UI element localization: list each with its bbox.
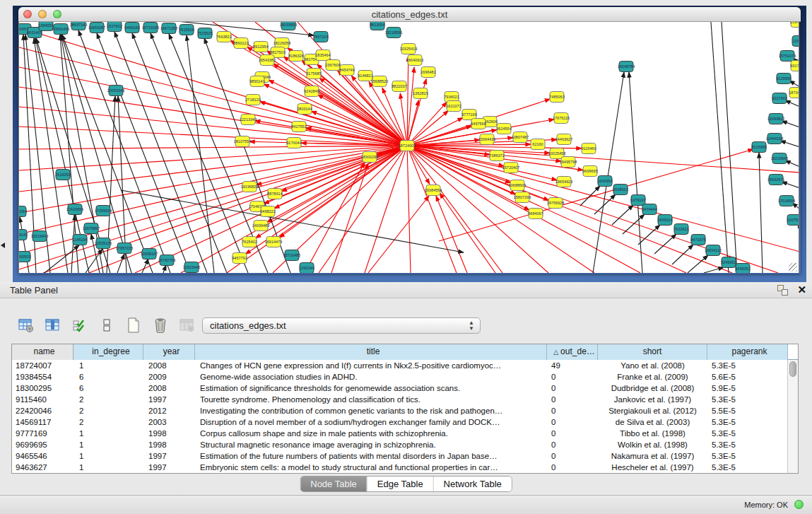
graph-node[interactable]: 16210645 [771,153,788,164]
graph-node[interactable]: 6497568 [471,119,486,129]
graph-node[interactable]: 19756928 [547,198,564,209]
graph-node[interactable]: 1384556 [38,22,53,31]
graph-node[interactable]: 16033809 [280,22,297,30]
graph-node[interactable]: 62160 [531,139,545,150]
graph-node[interactable]: 7386372 [489,151,504,161]
graph-node[interactable]: 9457791 [232,253,247,264]
graph-node[interactable]: 9170044 [286,138,301,148]
graph-node[interactable]: 7663822 [216,32,231,42]
graph-node[interactable]: 2516050 [55,170,70,180]
table-row[interactable]: 946362711997Embryonic stem cells: a mode… [12,462,798,473]
table-row[interactable]: 1456911722003Disruption of a novel membe… [12,416,798,428]
graph-node[interactable]: 15751074 [779,51,796,62]
tab-node-table[interactable]: Node Table [300,477,367,491]
graph-node[interactable]: 2197764 [790,22,799,28]
column-header-name[interactable]: name [12,344,73,360]
graph-node[interactable]: 12093822 [767,114,784,124]
table-row[interactable]: 1830029562008Estimation of significance … [12,382,798,394]
graph-node[interactable]: 2367608 [325,60,340,71]
graph-node[interactable]: 7485063 [549,92,564,103]
graph-node[interactable]: 1260503 [19,252,31,262]
show-columns-icon[interactable] [44,316,62,334]
table-row[interactable]: 911546021997Tourette syndrome. Phenomeno… [12,394,798,405]
graph-node[interactable]: 9684067 [528,209,543,219]
delete-table-icon[interactable] [151,316,170,334]
graph-node[interactable]: 3624554 [496,124,511,134]
graph-node[interactable]: 17957225 [116,243,133,254]
graph-node[interactable]: 8454749 [339,65,354,76]
graph-node[interactable]: 19196829 [241,182,258,192]
graph-node[interactable]: 18300295 [361,152,378,163]
graph-node[interactable]: 9227343 [772,93,787,104]
graph-node[interactable]: 14099489 [252,221,269,231]
graph-node[interactable]: 1941594 [19,206,27,217]
graph-node[interactable]: 9242848 [304,86,319,97]
graph-node[interactable]: 2718120 [245,95,260,105]
graph-node[interactable]: 10653287 [88,23,105,33]
graph-node[interactable]: 9498222 [260,206,275,217]
graph-node[interactable]: 8813054 [370,22,384,30]
graph-node[interactable]: 8912954 [253,42,268,52]
column-header-in_degree[interactable]: in_degree [73,344,143,360]
graph-node[interactable]: 2935114 [657,215,672,226]
graph-node[interactable]: 15807299 [514,192,531,203]
graph-node[interactable]: 16914479 [265,237,282,247]
graph-node[interactable]: 6379197 [630,195,645,206]
select-columns-icon[interactable] [71,316,89,334]
graph-node[interactable]: 14463627 [555,134,572,145]
graph-node[interactable]: 10958107 [141,249,158,259]
graph-node[interactable]: 3175685 [306,69,321,79]
graph-node[interactable]: 12420656 [66,204,83,215]
tab-network-table[interactable]: Network Table [434,477,512,491]
graph-node[interactable]: 16782759 [158,255,175,266]
graph-node[interactable]: 15692971 [767,175,784,185]
graph-node[interactable]: 9474444 [642,204,657,215]
graph-node[interactable]: 1362815 [413,88,428,99]
graph-node[interactable]: 15019443 [31,231,48,242]
graph-node[interactable]: 9115460 [581,144,596,154]
graph-node[interactable]: 10325419 [400,44,417,54]
graph-node[interactable]: 12505135 [95,238,112,249]
graph-node[interactable]: 10654112 [705,245,722,256]
graph-node[interactable]: 10719185 [142,23,159,33]
graph-node[interactable]: 19654923 [555,177,572,187]
graph-node[interactable]: 15720407 [502,163,519,173]
collapse-panel-arrow-icon[interactable] [1,243,5,248]
graph-node[interactable]: 9890141 [249,76,264,87]
table-row[interactable]: 2242004622012Investigating the contribut… [12,405,798,416]
graph-node[interactable]: 1903140 [19,230,28,240]
delete-columns-icon[interactable] [178,316,196,334]
graph-node[interactable]: 18107554 [234,136,251,147]
graph-node[interactable]: 10688609 [509,180,526,191]
canvas-resize-grip[interactable] [789,263,797,271]
graph-node[interactable]: 12444158 [766,134,783,144]
graph-node[interactable]: 14671358 [160,23,177,34]
table-row[interactable]: 1872400712008Changes of HCN gene express… [12,360,798,371]
graph-node[interactable]: 12213343 [240,115,257,125]
graph-node[interactable]: 2803144 [297,104,312,115]
graph-node[interactable]: 15716485 [283,250,300,261]
table-row[interactable]: 977716911998Corpus callosum shape and si… [12,428,798,439]
graph-node[interactable]: 17975115 [553,113,570,124]
graph-node[interactable]: 8822037 [392,81,406,92]
graph-node[interactable]: 7625402 [242,237,257,247]
table-select-dropdown[interactable]: citations_edges.txt ▲▼ [202,317,481,334]
network-canvas[interactable]: 1872400788601238912954182260589827503165… [18,22,799,273]
table-row[interactable]: 1938455462009Genome-wide association stu… [12,371,798,382]
graph-node[interactable]: 17359934 [95,206,112,216]
row-height-icon[interactable] [98,316,116,334]
graph-node[interactable]: 9938923 [613,185,628,195]
graph-node[interactable]: 20691406 [52,24,69,35]
graph-node[interactable]: 7615526 [179,25,194,35]
graph-node[interactable]: 16543382 [259,55,276,66]
graph-node[interactable]: 9245051 [735,264,750,274]
graph-node[interactable]: 7857224 [313,32,328,42]
float-panel-icon[interactable] [777,285,788,296]
graph-node[interactable]: 1696481 [420,67,435,78]
graph-node[interactable]: 8186328 [288,51,303,62]
graph-node[interactable]: 19495798 [560,157,577,168]
graph-node[interactable]: 1145194 [72,235,87,245]
graph-node[interactable]: 1621072 [446,101,461,112]
graph-node[interactable]: 1167533 [787,215,799,226]
graph-node[interactable]: 1292344 [299,263,314,274]
